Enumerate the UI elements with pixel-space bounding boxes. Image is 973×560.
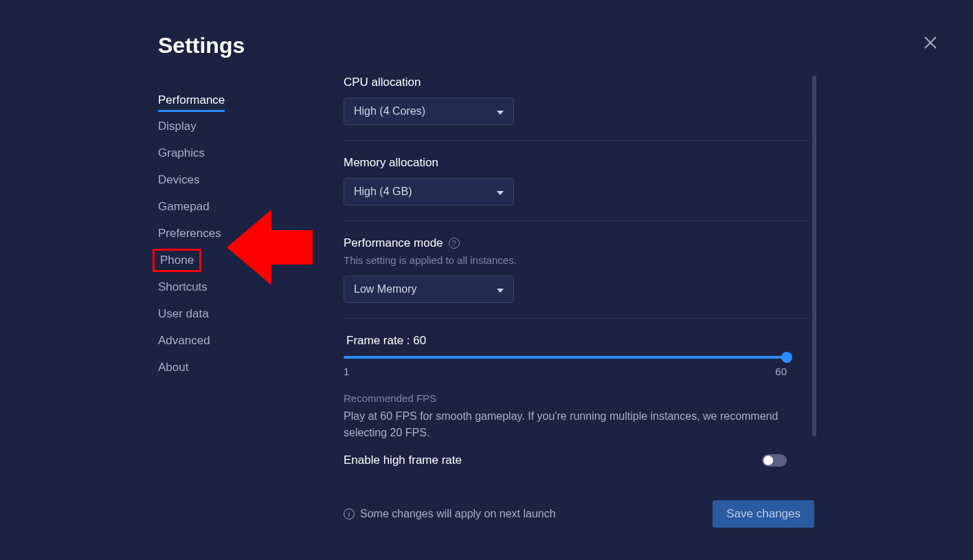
- sidebar-item-shortcuts[interactable]: Shortcuts: [158, 274, 208, 300]
- memory-allocation-select[interactable]: High (4 GB): [344, 178, 514, 205]
- memory-allocation-value: High (4 GB): [354, 186, 412, 198]
- sidebar-item-phone[interactable]: Phone: [153, 249, 201, 272]
- sidebar-item-user-data[interactable]: User data: [158, 301, 209, 327]
- chevron-down-icon: [497, 105, 504, 117]
- page-title: Settings: [158, 33, 245, 58]
- cpu-allocation-select[interactable]: High (4 Cores): [344, 98, 514, 125]
- cpu-allocation-value: High (4 Cores): [354, 105, 425, 117]
- recommended-fps-title: Recommended FPS: [344, 392, 810, 404]
- frame-rate-max: 60: [775, 366, 787, 377]
- performance-mode-sublabel: This setting is applied to all instances…: [344, 254, 810, 266]
- performance-mode-value: Low Memory: [354, 283, 417, 295]
- svg-marker-4: [497, 191, 504, 195]
- chevron-down-icon: [497, 186, 504, 198]
- high-frame-rate-label: Enable high frame rate: [344, 453, 462, 467]
- sidebar-item-display[interactable]: Display: [158, 113, 197, 139]
- memory-allocation-label: Memory allocation: [344, 156, 810, 170]
- info-icon: i: [344, 508, 355, 519]
- sidebar-item-graphics[interactable]: Graphics: [158, 140, 205, 166]
- sidebar-item-advanced[interactable]: Advanced: [158, 328, 210, 354]
- svg-marker-5: [497, 289, 504, 293]
- sidebar-item-about[interactable]: About: [158, 355, 188, 381]
- footer: i Some changes will apply on next launch…: [344, 500, 814, 528]
- sidebar-item-preferences[interactable]: Preferences: [158, 221, 221, 247]
- frame-rate-label: Frame rate : 60: [344, 334, 810, 348]
- content-panel: CPU allocation High (4 Cores) Memory all…: [344, 76, 811, 478]
- cpu-allocation-label: CPU allocation: [344, 76, 810, 89]
- frame-rate-slider-thumb[interactable]: [781, 352, 792, 363]
- performance-mode-label: Performance mode: [344, 236, 443, 250]
- chevron-down-icon: [497, 283, 504, 295]
- sidebar: Performance Display Graphics Devices Gam…: [158, 86, 309, 381]
- high-frame-rate-toggle[interactable]: [762, 454, 787, 467]
- frame-rate-min: 1: [344, 366, 349, 377]
- save-changes-button[interactable]: Save changes: [713, 500, 814, 528]
- help-icon[interactable]: ?: [449, 238, 460, 249]
- svg-marker-3: [497, 111, 504, 115]
- close-button[interactable]: [922, 34, 939, 51]
- sidebar-item-gamepad[interactable]: Gamepad: [158, 194, 210, 220]
- recommended-fps-text: Play at 60 FPS for smooth gameplay. If y…: [344, 408, 783, 441]
- frame-rate-slider[interactable]: [344, 356, 787, 359]
- sidebar-item-performance[interactable]: Performance: [158, 87, 225, 112]
- sidebar-item-devices[interactable]: Devices: [158, 167, 199, 193]
- performance-mode-select[interactable]: Low Memory: [344, 276, 514, 303]
- footer-note-text: Some changes will apply on next launch: [360, 508, 556, 520]
- scrollbar-thumb[interactable]: [812, 76, 816, 436]
